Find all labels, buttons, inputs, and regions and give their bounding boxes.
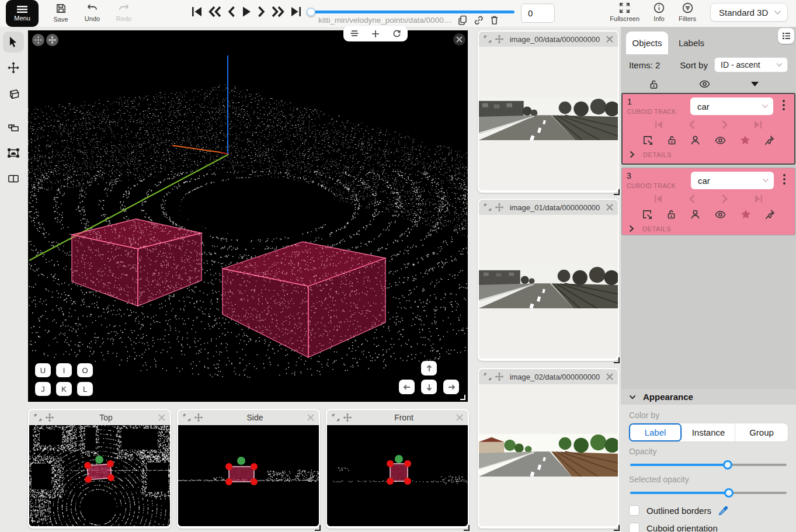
expand-panel-icon[interactable] <box>183 413 191 422</box>
close-viewport-icon[interactable] <box>453 33 465 46</box>
move-tool-button[interactable] <box>3 57 24 78</box>
select-object-icon[interactable] <box>642 209 652 220</box>
selected-opacity-slider[interactable] <box>629 488 788 498</box>
undo-button[interactable]: Undo <box>79 3 106 22</box>
track-next-frame-icon[interactable] <box>721 120 728 130</box>
play-button[interactable] <box>241 5 252 18</box>
close-panel-icon[interactable] <box>158 414 165 421</box>
frame-number-input[interactable] <box>521 4 555 23</box>
visibility-all-icon[interactable] <box>699 80 710 88</box>
next-frame-button[interactable] <box>257 5 266 18</box>
view-options-icon[interactable] <box>350 30 359 37</box>
merge-tool-button[interactable] <box>3 117 24 138</box>
front-view-canvas[interactable] <box>327 425 468 526</box>
recenter-icon[interactable] <box>46 34 58 46</box>
panel-resize-handle[interactable] <box>464 525 470 531</box>
color-by-label-option[interactable]: Label <box>629 423 682 441</box>
close-panel-icon[interactable] <box>606 36 613 43</box>
visibility-icon[interactable] <box>715 135 726 145</box>
pin-icon[interactable] <box>765 135 774 145</box>
appearance-header[interactable]: Appearance <box>621 389 796 405</box>
category-select[interactable]: car <box>691 172 774 189</box>
menu-button[interactable]: Menu <box>6 0 39 27</box>
viewport-resize-handle[interactable] <box>460 395 465 400</box>
object-card-3[interactable]: 3 CUBOID TRACK car <box>621 168 795 235</box>
arrow-left-button[interactable] <box>399 380 415 394</box>
previous-frame-button[interactable] <box>227 5 236 18</box>
split-view-tool-button[interactable] <box>3 168 24 189</box>
kebab-menu-icon[interactable] <box>778 172 790 185</box>
collapse-all-icon[interactable] <box>751 82 759 87</box>
object-card-1[interactable]: 1 CUBOID TRACK car <box>621 93 795 165</box>
main-3d-viewport[interactable]: U I O J K L <box>28 30 468 402</box>
visibility-icon[interactable] <box>715 209 726 220</box>
star-icon[interactable] <box>741 209 751 220</box>
panel-resize-handle[interactable] <box>315 525 321 531</box>
skip-to-first-frame-button[interactable] <box>191 5 203 18</box>
cuboid-tool-button[interactable] <box>3 83 24 104</box>
track-first-frame-icon[interactable] <box>654 120 663 130</box>
track-last-frame-icon[interactable] <box>753 120 763 130</box>
timeline-track[interactable] <box>308 11 515 13</box>
arrow-right-button[interactable] <box>443 380 459 394</box>
track-next-frame-icon[interactable] <box>721 194 728 204</box>
expand-panel-icon[interactable] <box>484 373 492 381</box>
expand-panel-icon[interactable] <box>332 413 340 422</box>
top-view-canvas[interactable] <box>29 425 170 526</box>
timeline-handle[interactable] <box>307 8 315 16</box>
move-panel-icon[interactable] <box>495 35 503 43</box>
image-annotate-tool-button[interactable] <box>3 142 24 164</box>
move-panel-icon[interactable] <box>495 373 503 381</box>
side-view-canvas[interactable] <box>178 425 319 526</box>
track-prev-frame-icon[interactable] <box>689 120 696 130</box>
assignee-icon[interactable] <box>690 209 700 220</box>
cuboid-orientation-checkbox[interactable] <box>629 523 639 532</box>
lock-all-icon[interactable] <box>649 79 658 89</box>
expand-panel-icon[interactable] <box>484 203 492 211</box>
panel-toggle-icon[interactable] <box>778 28 794 44</box>
opacity-slider-handle[interactable] <box>723 460 732 470</box>
copy-icon[interactable] <box>458 15 467 25</box>
camera-image-0[interactable] <box>479 47 618 190</box>
details-toggle[interactable]: DETAILS <box>627 221 790 234</box>
category-select[interactable]: car <box>690 98 773 115</box>
kebab-menu-icon[interactable] <box>778 98 790 110</box>
track-prev-frame-icon[interactable] <box>689 194 696 204</box>
hotkey-u[interactable]: U <box>35 363 51 377</box>
move-panel-icon[interactable] <box>194 413 203 422</box>
hotkey-l[interactable]: L <box>77 382 93 396</box>
point-cloud-canvas[interactable] <box>28 30 468 402</box>
color-by-instance-option[interactable]: Instance <box>682 423 735 441</box>
close-panel-icon[interactable] <box>456 414 463 421</box>
eyedropper-icon[interactable] <box>718 506 728 516</box>
close-panel-icon[interactable] <box>307 414 314 421</box>
fast-rewind-button[interactable] <box>208 5 222 18</box>
filters-button[interactable]: Filters <box>679 2 696 22</box>
add-view-icon[interactable] <box>371 30 380 38</box>
track-first-frame-icon[interactable] <box>654 194 663 204</box>
move-panel-icon[interactable] <box>46 413 54 422</box>
camera-image-2[interactable] <box>479 384 618 526</box>
panel-resize-handle[interactable] <box>614 357 620 363</box>
select-tool-button[interactable] <box>3 32 24 53</box>
timeline-slider[interactable] <box>308 8 515 16</box>
fullscreen-button[interactable]: Fullscreen <box>610 2 639 22</box>
pin-icon[interactable] <box>766 209 775 220</box>
close-panel-icon[interactable] <box>606 204 613 211</box>
arrow-up-button[interactable] <box>421 361 437 375</box>
selected-opacity-slider-handle[interactable] <box>724 488 734 498</box>
hotkey-i[interactable]: I <box>56 363 72 377</box>
track-last-frame-icon[interactable] <box>754 194 763 204</box>
assignee-icon[interactable] <box>690 135 700 145</box>
move-panel-icon[interactable] <box>495 203 503 211</box>
color-by-group-option[interactable]: Group <box>735 423 788 441</box>
sort-select[interactable]: ID - ascent <box>714 57 788 72</box>
camera-image-1[interactable] <box>479 215 618 359</box>
outlined-borders-checkbox[interactable] <box>629 505 639 516</box>
arrow-down-button[interactable] <box>421 380 437 394</box>
panel-resize-handle[interactable] <box>614 189 620 195</box>
link-icon[interactable] <box>474 15 484 25</box>
panel-resize-handle[interactable] <box>614 525 620 531</box>
redo-button[interactable]: Redo <box>110 3 137 22</box>
tab-labels[interactable]: Labels <box>672 32 711 54</box>
